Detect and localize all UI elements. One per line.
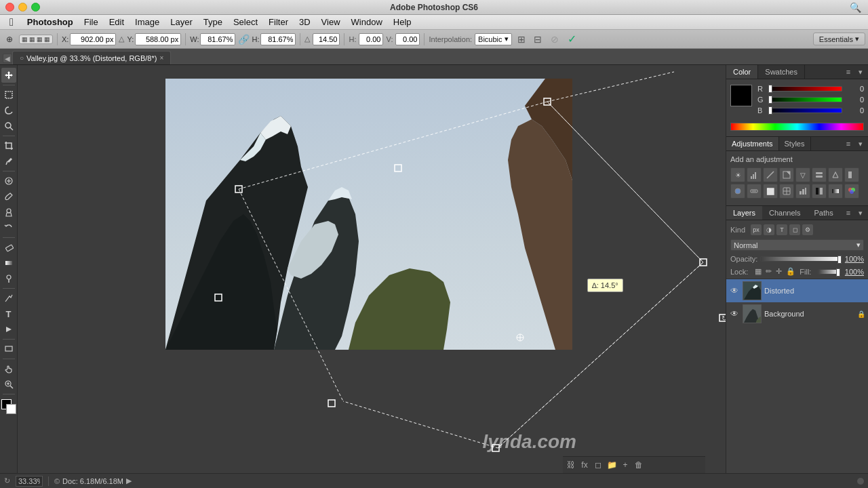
search-icon[interactable]: 🔍 xyxy=(850,2,861,13)
curves-icon[interactable] xyxy=(763,167,778,182)
adj-collapse-icon[interactable]: ▾ xyxy=(856,139,865,148)
menu-filter[interactable]: Filter xyxy=(263,16,294,28)
brush-tool[interactable] xyxy=(1,189,16,204)
menu-select[interactable]: Select xyxy=(228,16,263,28)
layer-row-background[interactable]: 👁 Background 🔒 xyxy=(726,302,868,325)
status-arrow[interactable]: ▶ xyxy=(126,476,132,485)
kind-pixel-icon[interactable]: px xyxy=(751,224,762,235)
visibility-icon-distorted[interactable]: 👁 xyxy=(729,285,740,296)
tab-channels[interactable]: Channels xyxy=(762,206,807,220)
lock-transparent-icon[interactable]: ▦ xyxy=(755,267,762,276)
menu-view[interactable]: View xyxy=(316,16,346,28)
x-input[interactable] xyxy=(70,33,116,45)
kind-type-icon[interactable]: T xyxy=(776,224,787,235)
pen-tool[interactable] xyxy=(1,291,16,306)
move-tool[interactable] xyxy=(1,68,16,83)
invert-icon[interactable] xyxy=(779,184,794,199)
dodge-tool[interactable] xyxy=(1,271,16,286)
maximize-button[interactable] xyxy=(31,3,40,12)
colorbalance-icon[interactable] xyxy=(828,167,843,182)
posterize-icon[interactable] xyxy=(795,184,810,199)
close-icon[interactable]: ○ xyxy=(20,54,24,62)
crop-tool[interactable] xyxy=(1,138,16,153)
lock-position-icon[interactable]: ✛ xyxy=(776,267,782,276)
gradient-tool[interactable] xyxy=(1,256,16,270)
eyedropper-tool[interactable] xyxy=(1,154,16,169)
menu-window[interactable]: Window xyxy=(346,16,388,28)
status-indicator[interactable] xyxy=(857,478,864,485)
skew-h-input[interactable] xyxy=(359,33,383,45)
tab-layers[interactable]: Layers xyxy=(726,206,762,220)
document-tab[interactable]: ○ Valley.jpg @ 33.3% (Distorted, RGB/8*)… xyxy=(12,51,171,64)
menu-edit[interactable]: Edit xyxy=(104,16,130,28)
align-icon[interactable]: ⊟ xyxy=(531,33,545,46)
minimize-button[interactable] xyxy=(18,3,27,12)
levels-icon[interactable] xyxy=(747,167,762,182)
opacity-slider[interactable] xyxy=(760,256,842,262)
fg-bg-colors[interactable] xyxy=(1,399,16,414)
r-slider[interactable] xyxy=(768,86,842,92)
kind-smart-icon[interactable]: ⚙ xyxy=(802,224,813,235)
rotation-input[interactable] xyxy=(313,33,340,45)
spot-healing-tool[interactable] xyxy=(1,174,16,188)
add-mask-icon[interactable]: ◻ xyxy=(593,460,604,470)
exposure-icon[interactable] xyxy=(779,167,794,182)
g-slider[interactable] xyxy=(768,97,842,102)
h-input[interactable] xyxy=(260,33,296,45)
opacity-value[interactable]: 100% xyxy=(845,255,864,263)
lock-image-icon[interactable]: ✏ xyxy=(766,267,772,276)
channelmixer-icon[interactable] xyxy=(747,184,762,199)
panel-collapse-icon[interactable]: ▾ xyxy=(856,67,865,77)
transform-reference-icon[interactable]: ⊕ xyxy=(3,33,16,46)
new-group-icon[interactable]: 📁 xyxy=(606,460,617,470)
r-value[interactable]: 0 xyxy=(845,85,864,93)
hand-tool[interactable] xyxy=(1,361,16,376)
close-button[interactable] xyxy=(5,3,14,12)
warp-icon[interactable]: ⊞ xyxy=(515,33,528,46)
commit-transform-button[interactable]: ✓ xyxy=(565,32,580,47)
layers-menu-icon[interactable]: ≡ xyxy=(844,208,853,218)
essentials-button[interactable]: Essentials ▾ xyxy=(813,33,865,45)
w-input[interactable] xyxy=(200,33,235,45)
menu-layer[interactable]: Layer xyxy=(165,16,198,28)
selectivecolor-icon[interactable] xyxy=(844,184,859,199)
panel-menu-icon[interactable]: ≡ xyxy=(844,67,853,77)
new-layer-icon[interactable]: + xyxy=(620,460,631,470)
menu-3d[interactable]: 3D xyxy=(294,16,316,28)
clone-stamp-tool[interactable] xyxy=(1,205,16,220)
skew-v-input[interactable] xyxy=(395,33,420,45)
link-layers-icon[interactable]: ⛓ xyxy=(566,460,576,470)
menu-photoshop[interactable]: Photoshop xyxy=(22,16,79,28)
tab-styles[interactable]: Styles xyxy=(779,137,811,150)
fill-value[interactable]: 100% xyxy=(845,268,864,276)
menu-file[interactable]: File xyxy=(79,16,104,28)
type-tool[interactable]: T xyxy=(1,306,16,321)
zoom-input[interactable] xyxy=(16,476,43,487)
panel-collapse-button[interactable]: ◀ xyxy=(3,54,12,63)
color-spectrum[interactable] xyxy=(730,123,864,131)
lock-all-icon[interactable]: 🔒 xyxy=(786,267,795,276)
bw-icon[interactable] xyxy=(844,167,859,182)
colorlookup-icon[interactable]: ⬜ xyxy=(763,184,778,199)
rectangle-tool[interactable] xyxy=(1,342,16,357)
g-value[interactable]: 0 xyxy=(845,96,864,104)
interpolation-dropdown[interactable]: Bicubic ▾ xyxy=(475,33,511,45)
path-selection-tool[interactable] xyxy=(1,322,16,337)
apple-menu[interactable]:  xyxy=(4,15,19,30)
menu-image[interactable]: Image xyxy=(130,16,165,28)
quick-select-tool[interactable] xyxy=(1,119,16,134)
kind-adjust-icon[interactable]: ◑ xyxy=(764,224,774,235)
background-color[interactable] xyxy=(6,404,16,414)
gradientmap-icon[interactable] xyxy=(828,184,843,199)
hsl-icon[interactable] xyxy=(812,167,827,182)
history-brush-tool[interactable] xyxy=(1,220,16,235)
tab-color[interactable]: Color xyxy=(726,65,758,79)
adj-menu-icon[interactable]: ≡ xyxy=(844,139,853,148)
vibrance-icon[interactable]: ▽ xyxy=(795,167,810,182)
tab-paths[interactable]: Paths xyxy=(808,206,840,220)
close-tab-icon[interactable]: × xyxy=(159,54,163,62)
lasso-tool[interactable] xyxy=(1,103,16,118)
cancel-transform-button[interactable]: ⊘ xyxy=(547,32,562,47)
b-slider[interactable] xyxy=(768,108,842,113)
y-input[interactable] xyxy=(135,33,181,45)
